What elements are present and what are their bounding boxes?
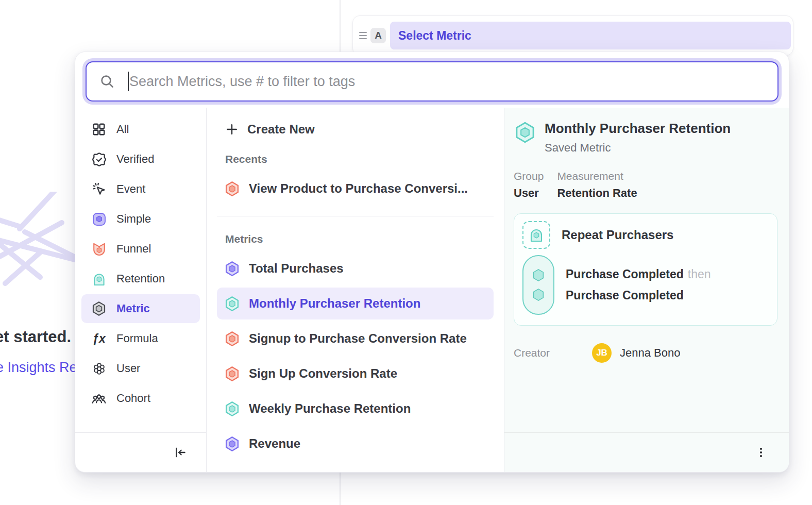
metric-list-item[interactable]: Total Purchases [217, 252, 494, 284]
retention-metric-icon [91, 271, 107, 287]
event-hexagon-icon [531, 268, 546, 282]
metric-item-label: Signup to Purchase Conversion Rate [249, 331, 467, 346]
retention-hexagon-icon-large [514, 121, 536, 144]
metric-list-item[interactable]: Signup to Purchase Conversion Rate [217, 323, 494, 355]
sidebar-item-label: User [116, 362, 140, 375]
filter-sidebar: All Verified [75, 108, 207, 472]
funnel-metric-icon [91, 241, 107, 257]
list-divider [217, 216, 494, 216]
definition-step-2: Purchase Completed [566, 289, 711, 302]
metric-list-item-selected[interactable]: Monthly Purchaser Retention [217, 288, 494, 319]
kebab-menu-icon [755, 446, 767, 459]
grid-icon [91, 122, 107, 137]
event-cursor-icon [91, 181, 107, 197]
metric-item-label: Revenue [249, 436, 300, 451]
metric-item-label: Total Purchases [249, 261, 344, 276]
group-value: User [514, 187, 544, 200]
creator-avatar: JB [592, 343, 612, 363]
funnel-hexagon-icon [224, 181, 240, 197]
sidebar-item-funnel[interactable]: Funnel [81, 234, 200, 263]
sidebar-item-label: Cohort [116, 392, 150, 405]
sidebar-item-verified[interactable]: Verified [81, 145, 200, 174]
sidebar-item-all[interactable]: All [81, 115, 200, 144]
funnel-hexagon-icon [224, 366, 240, 382]
retention-hexagon-icon [224, 296, 240, 312]
drag-handle-icon[interactable] [357, 32, 368, 39]
sidebar-footer [75, 432, 206, 472]
metric-list-column: Create New Recents View Product to Purch… [207, 108, 504, 472]
sidebar-item-label: Verified [116, 153, 154, 166]
more-options-button[interactable] [751, 442, 771, 463]
event-sequence-capsule [522, 255, 554, 315]
measurement-value: Retention Rate [557, 187, 637, 200]
search-input[interactable] [129, 74, 767, 90]
sidebar-item-cohort[interactable]: Cohort [81, 384, 200, 413]
metric-picker-modal: All Verified [75, 52, 789, 473]
verified-badge-icon [91, 152, 107, 167]
collapse-left-icon [174, 446, 187, 459]
metric-step-bar: A Select Metric [352, 15, 793, 56]
event-hexagon-icon [531, 288, 546, 302]
measurement-label: Measurement [557, 170, 637, 182]
metric-item-label: Weekly Purchase Retention [249, 401, 411, 416]
detail-subtitle: Saved Metric [545, 141, 731, 155]
funnel-hexagon-icon [224, 331, 240, 347]
definition-card: Repeat Purchasers [514, 213, 777, 326]
simple-hexagon-icon [224, 261, 240, 277]
metric-item-label: Sign Up Conversion Rate [249, 366, 397, 381]
sidebar-item-label: Simple [116, 212, 151, 226]
sidebar-item-label: Metric [116, 302, 150, 315]
measurement-meta: Measurement Retention Rate [557, 170, 637, 200]
metric-item-label: Monthly Purchaser Retention [249, 296, 420, 311]
create-new-label: Create New [247, 122, 315, 137]
definition-name: Repeat Purchasers [562, 228, 673, 242]
creator-row: Creator JB Jenna Bono [514, 343, 777, 363]
simple-metric-icon [91, 211, 107, 227]
group-meta: Group User [514, 170, 544, 200]
metric-list-item[interactable]: Weekly Purchase Retention [217, 393, 494, 425]
search-bar[interactable] [86, 61, 779, 102]
retention-definition-icon [522, 221, 550, 249]
connector-then: then [688, 267, 711, 281]
text-cursor [128, 72, 129, 91]
metric-list-item[interactable]: Sign Up Conversion Rate [217, 358, 494, 390]
sidebar-item-user[interactable]: User [81, 354, 200, 383]
sidebar-item-label: Event [116, 182, 145, 196]
formula-fx-icon: ƒx [91, 331, 107, 346]
step-letter-badge[interactable]: A [370, 28, 386, 43]
metric-detail-panel: Monthly Purchaser Retention Saved Metric… [504, 108, 789, 472]
group-label: Group [514, 170, 544, 182]
definition-step-1: Purchase Completedthen [566, 267, 711, 281]
sidebar-item-retention[interactable]: Retention [81, 264, 200, 293]
search-bar-glow [82, 58, 782, 105]
search-icon [99, 73, 115, 90]
creator-name: Jenna Bono [620, 346, 680, 360]
cohort-people-icon [91, 391, 107, 406]
metric-hexagon-icon [91, 301, 107, 316]
screen: et started. e Insights Re A Select Metri… [0, 0, 812, 505]
simple-hexagon-icon [224, 436, 240, 452]
detail-title: Monthly Purchaser Retention [545, 120, 731, 137]
background-partial-link[interactable]: e Insights Re [0, 360, 77, 376]
recents-section-label: Recents [225, 153, 494, 165]
plus-icon [225, 123, 239, 136]
sidebar-item-event[interactable]: Event [81, 175, 200, 204]
sidebar-item-label: Retention [116, 272, 165, 285]
background-chart-doodle [0, 192, 77, 315]
metric-list-item[interactable]: Revenue [217, 428, 494, 460]
sidebar-item-metric[interactable]: Metric [81, 294, 200, 323]
collapse-sidebar-button[interactable] [170, 442, 191, 463]
sidebar-item-simple[interactable]: Simple [81, 205, 200, 233]
create-new-button[interactable]: Create New [217, 122, 494, 137]
sidebar-item-label: All [116, 123, 129, 136]
user-cluster-icon [91, 361, 107, 376]
sidebar-item-label: Formula [116, 332, 158, 345]
retention-hexagon-icon [224, 401, 240, 417]
detail-footer [504, 432, 789, 472]
recent-item-label: View Product to Purchase Conversi... [249, 181, 468, 196]
select-metric-button[interactable]: Select Metric [390, 22, 791, 49]
metrics-section-label: Metrics [225, 233, 494, 245]
recent-item[interactable]: View Product to Purchase Conversi... [217, 173, 494, 205]
sidebar-item-formula[interactable]: ƒx Formula [81, 324, 200, 353]
background-partial-heading: et started. [0, 328, 71, 346]
